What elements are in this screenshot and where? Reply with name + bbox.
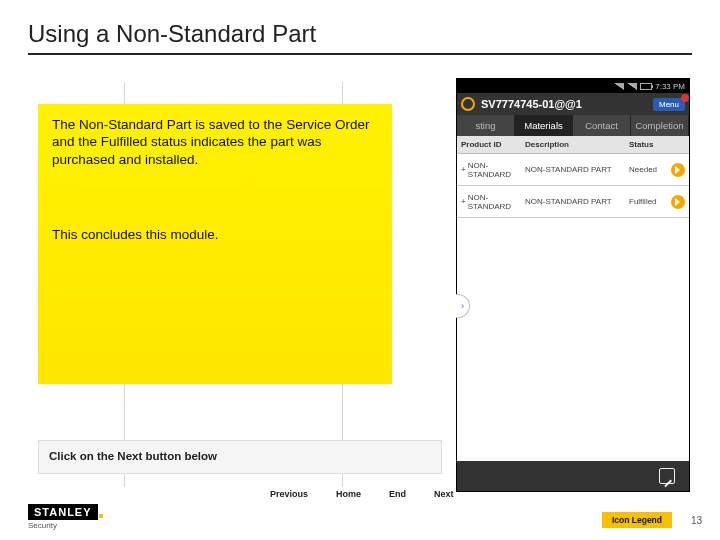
tab-completion[interactable]: Completion: [631, 115, 689, 136]
battery-icon: [640, 83, 652, 90]
col-product-id: Product ID: [457, 136, 521, 153]
notification-dot-icon: [681, 94, 689, 102]
nav-bar: Previous Home End Next: [270, 489, 454, 499]
edit-icon[interactable]: [659, 468, 675, 484]
table-header: Product ID Description Status: [457, 136, 689, 154]
menu-button[interactable]: Menu: [653, 98, 685, 111]
page-title: Using a Non-Standard Part: [28, 20, 316, 48]
brand-name: STANLEY: [28, 504, 98, 520]
status-bar: 7:33 PM: [457, 79, 689, 93]
cell-description: NON-STANDARD PART: [521, 154, 625, 185]
brand-sub: Security: [28, 521, 103, 530]
clock: 7:33 PM: [655, 82, 685, 91]
icon-legend-button[interactable]: Icon Legend: [602, 512, 672, 528]
explanation-box: The Non-Standard Part is saved to the Se…: [38, 104, 392, 384]
app-header: SV7774745-01@@1 Menu: [457, 93, 689, 115]
next-button[interactable]: Next: [434, 489, 454, 499]
col-description: Description: [521, 136, 625, 153]
cell-product-id: NON-STANDARD: [468, 193, 517, 211]
service-order-id: SV7774745-01@@1: [481, 98, 647, 110]
chevron-right-icon[interactable]: [667, 154, 689, 185]
brand-dot-icon: [99, 514, 103, 518]
explanation-text-1: The Non-Standard Part is saved to the Se…: [52, 116, 378, 168]
gear-icon[interactable]: [461, 97, 475, 111]
brand-logo: STANLEY Security: [28, 502, 103, 530]
hint-box: Click on the Next button below: [38, 440, 442, 474]
table-row[interactable]: +NON-STANDARD NON-STANDARD PART Needed: [457, 154, 689, 186]
tab-contact[interactable]: Contact: [573, 115, 631, 136]
cell-description: NON-STANDARD PART: [521, 186, 625, 217]
signal-icon: [614, 83, 624, 90]
cell-status: Fulfilled: [625, 186, 667, 217]
col-status: Status: [625, 136, 689, 153]
plus-icon: +: [461, 165, 466, 174]
table-row[interactable]: +NON-STANDARD NON-STANDARD PART Fulfille…: [457, 186, 689, 218]
tab-item[interactable]: sting: [457, 115, 515, 136]
phone-screenshot: 7:33 PM SV7774745-01@@1 Menu sting Mater…: [456, 78, 690, 492]
drawer-handle-icon[interactable]: ›: [456, 294, 470, 318]
home-button[interactable]: Home: [336, 489, 361, 499]
signal-icon: [627, 83, 637, 90]
explanation-text-2: This concludes this module.: [52, 226, 378, 243]
tab-bar: sting Materials Contact Completion: [457, 115, 689, 136]
end-button[interactable]: End: [389, 489, 406, 499]
bottom-bar: [457, 461, 689, 491]
left-column: The Non-Standard Part is saved to the Se…: [32, 82, 442, 487]
tab-materials[interactable]: Materials: [515, 115, 573, 136]
cell-status: Needed: [625, 154, 667, 185]
previous-button[interactable]: Previous: [270, 489, 308, 499]
chevron-right-icon[interactable]: [667, 186, 689, 217]
plus-icon: +: [461, 197, 466, 206]
cell-product-id: NON-STANDARD: [468, 161, 517, 179]
page-number: 13: [691, 515, 702, 526]
title-rule: [28, 53, 692, 55]
